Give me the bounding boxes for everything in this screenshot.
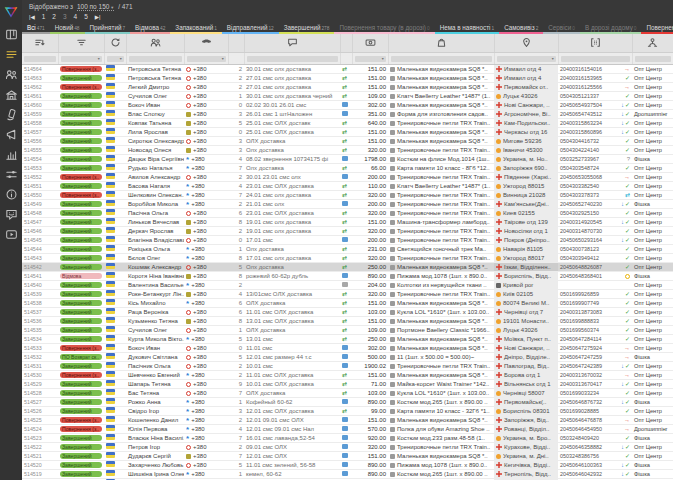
table-row[interactable]: 514541ВідмоваКоротя Ніна Іванівна+3808ро… — [22, 272, 673, 281]
sidebar-item-orders[interactable] — [0, 44, 22, 64]
sidebar-item-clients[interactable] — [0, 64, 22, 84]
table-row[interactable]: 514520ЗавершенийЗахарченко Любовь+380511… — [22, 461, 673, 470]
sidebar-item-dashboard[interactable] — [0, 24, 22, 44]
client-filter-input[interactable] — [129, 56, 182, 62]
tab-way-home[interactable]: В дорозі додому0 — [580, 23, 642, 34]
table-row[interactable]: 514525Повернення (з..Кошеленко Данил*+38… — [22, 416, 673, 425]
table-row[interactable]: 514546ЗавершенийДеркач Ярослав+380219.01… — [22, 227, 673, 236]
page-2[interactable]: 2 — [52, 12, 56, 22]
ttn-filter-input[interactable] — [561, 56, 630, 62]
table-row[interactable]: 514548ЗавершенийПасічна Ольга+380623.01 … — [22, 209, 673, 218]
channel-column-header[interactable] — [632, 34, 673, 53]
table-row[interactable]: 514562Повернення (з..Легкий Дмитро+38022… — [22, 83, 673, 92]
sidebar-item-marketing[interactable] — [0, 124, 22, 144]
table-row[interactable]: 514550Повернення (з..Шелковин Олексан..*… — [22, 191, 673, 200]
table-row[interactable]: 514533Повернення (з..Бокоч Иван+380011.0… — [22, 344, 673, 353]
table-row[interactable]: 514531ЗавершенийПасічник Ольга+380210.01… — [22, 362, 673, 371]
tab-services[interactable]: Сервіси0 — [543, 23, 580, 34]
tab-pickup[interactable]: Самовивіз2 — [499, 23, 543, 34]
table-row[interactable]: 514524Повернення (з..Юлія Первова*+38041… — [22, 425, 673, 434]
price-column-header[interactable] — [352, 34, 388, 53]
table-row[interactable]: 514527ЗавершенийРожко Анна*+3801Кофейный… — [22, 398, 673, 407]
table-row[interactable]: 514554ЗавершенийДацюк Віра Сергіївна*+38… — [22, 155, 673, 164]
sidebar-item-sales[interactable] — [0, 104, 22, 124]
id-filter-input[interactable] — [24, 56, 56, 62]
table-row[interactable]: 514539ЗавершенийРоке-Бетанкурт Лін..+380… — [22, 290, 673, 299]
table-row[interactable]: 514556ЗавершенийСиротюк Олександр+3803ОЛ… — [22, 137, 673, 146]
channel-filter-input[interactable] — [635, 56, 671, 62]
delivery-column-header[interactable] — [494, 34, 558, 53]
tab-returned[interactable]: Повернен — [641, 23, 673, 34]
tab-packed[interactable]: Запакований1 — [170, 23, 222, 34]
table-row[interactable]: 514537ЗавершенийРаца Вероніка+380611.01 … — [22, 308, 673, 317]
table-row[interactable]: 514519ЗавершенийШишкіна Ірина Олек..*+38… — [22, 470, 673, 479]
table-row[interactable]: 514526ЗавершенийСвідро Ігор*+380312.01 с… — [22, 407, 673, 416]
table-row[interactable]: 514542ЗавершенийКошмак Александр+3805Олх… — [22, 263, 673, 272]
table-row[interactable]: 514560ЗавершенийБокоч Иван+380002.02 30.… — [22, 101, 673, 110]
table-row[interactable]: 514559ЗавершенийВлас Слотюу+380326.01 см… — [22, 110, 673, 119]
page-4[interactable]: 4 — [74, 12, 78, 22]
table-row[interactable]: 514547ЗавершенийЛиньков Вячеслав+380819.… — [22, 218, 673, 227]
table-row[interactable]: 514529ЗавершенийШапарь Тетяна+380910.01 … — [22, 380, 673, 389]
table-row[interactable]: 514536ЗавершенийКузьменко Тетяна+380813.… — [22, 317, 673, 326]
table-row[interactable]: 514522ЗавершенийПетров Ігор+380209.01 см… — [22, 443, 673, 452]
flag-column-header[interactable] — [104, 34, 126, 53]
tab-out-of-stock[interactable]: Нема в наявності1 — [435, 23, 500, 34]
phone-column-header[interactable] — [184, 34, 228, 53]
table-row[interactable]: 514543ЗавершенийБєлов Олег*+380817.01 см… — [22, 254, 673, 263]
tab-all[interactable]: Всі471 — [22, 23, 50, 34]
page-1[interactable]: 1 — [42, 12, 46, 22]
table-row[interactable]: 514521ЗавершенийДударєв Сергій+380712.01… — [22, 452, 673, 461]
table-row[interactable]: 514549ЗавершенийВоробйов Микола*+380221.… — [22, 200, 673, 209]
price-filter-input[interactable]: ▼ — [355, 56, 386, 62]
sidebar-item-settings[interactable] — [0, 164, 22, 184]
table-row[interactable]: 514553ЗавершенийРудько Наталья*+3807Олх … — [22, 164, 673, 173]
first-page-icon[interactable]: |◀ — [29, 12, 35, 22]
table-row[interactable]: 514538ЗавершенийКісь Михайло*+3806ОЛХ до… — [22, 299, 673, 308]
ttn-column-header[interactable] — [558, 34, 632, 53]
flag-filter-input[interactable]: ▼ — [107, 56, 124, 62]
tab-return-transit[interactable]: Повернення товару (в дорозі)0 — [334, 23, 434, 34]
payment-column-header[interactable] — [340, 34, 352, 53]
tab-new[interactable]: Новий48 — [50, 23, 85, 34]
client-column-header[interactable] — [126, 34, 184, 53]
table-row[interactable]: 514530Повернення (з..Шевченко Евгений*+3… — [22, 371, 673, 380]
tab-refused[interactable]: Відмова42 — [130, 23, 170, 34]
sidebar-item-support[interactable] — [0, 204, 22, 224]
sidebar-item-statistics[interactable] — [0, 144, 22, 164]
table-row[interactable]: 514535ЗавершенийСучилов Олег+3801ОЛХ дос… — [22, 326, 673, 335]
table-row[interactable]: 514523ЗавершенийВласюк Ніна Василі..*+38… — [22, 434, 673, 443]
table-row[interactable]: 514561ЗавершенийСучилов Олег+380130.01 с… — [22, 92, 673, 101]
table-row[interactable]: 514557ЗавершенийЛила Ярослав+380025.01 с… — [22, 128, 673, 137]
tab-sent[interactable]: Відправлений12 — [222, 23, 279, 34]
sidebar-item-info[interactable] — [0, 184, 22, 204]
table-row[interactable]: 514528ЗавершенийБас Тетяна+3807ОЛХ доста… — [22, 389, 673, 398]
range-selector[interactable]: 100 по 150▼ — [77, 3, 114, 11]
tab-done[interactable]: Завершений278 — [279, 23, 335, 34]
phone-filter-input[interactable]: ▼ — [187, 56, 226, 62]
table-row[interactable]: 514540ЗавершенийВалентина Василье..*+380… — [22, 281, 673, 290]
id-column-header[interactable] — [22, 34, 58, 53]
sidebar-item-company[interactable] — [0, 84, 22, 104]
sidebar-item-tutorials[interactable] — [0, 224, 22, 244]
product-filter-input[interactable] — [391, 56, 492, 62]
table-row[interactable]: 514532ПО Возврат ск..Дукович Світлана+38… — [22, 353, 673, 362]
product-column-header[interactable] — [388, 34, 494, 53]
table-row[interactable]: 514544ЗавершенийРокіцька Ольга*+3801Олх … — [22, 245, 673, 254]
delivery-filter-input[interactable]: ▼ — [497, 56, 556, 62]
last-page-icon[interactable]: ▶| — [95, 12, 101, 22]
status-filter-input[interactable]: ▼ — [61, 56, 102, 62]
page-5[interactable]: 5 — [84, 12, 88, 22]
table-row[interactable]: 514534ЗавершенийКурта Микола Вікто..*+38… — [22, 335, 673, 344]
table-row[interactable]: 514551ЗавершенийБасова Наталя*+380423.01… — [22, 182, 673, 191]
comment-filter-input[interactable] — [247, 56, 338, 62]
status-column-header[interactable] — [58, 34, 104, 53]
comment-column-header[interactable] — [244, 34, 340, 53]
count-column-header[interactable] — [228, 34, 244, 53]
table-row[interactable]: 514555ЗавершенийНовосад Олеся+3803Олх до… — [22, 146, 673, 155]
table-row[interactable]: 514552Повернення (з..Авилов Александр+38… — [22, 173, 673, 182]
table-row[interactable]: 514558ЗавершенийКовпак Татьяна+380525.01… — [22, 119, 673, 128]
tab-accepted[interactable]: Прийнятий7 — [85, 23, 131, 34]
table-row[interactable]: 514545ЗавершенийБлагінна Владіслава+3800… — [22, 236, 673, 245]
table-row[interactable]: 514563ЗавершенийПетровська Тетяна+380227… — [22, 74, 673, 83]
